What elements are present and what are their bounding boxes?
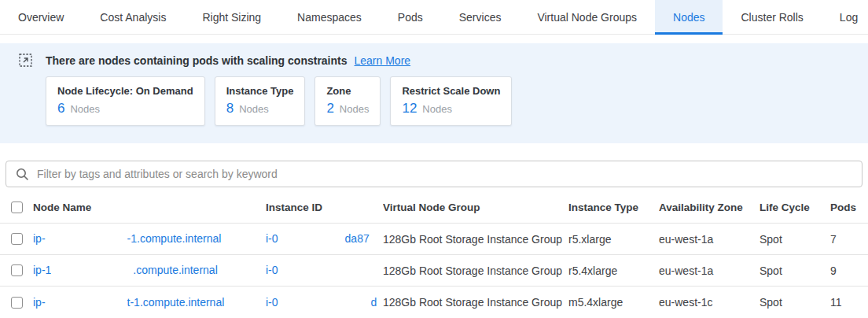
tab-overview[interactable]: Overview [0,0,82,34]
select-all-checkbox[interactable] [11,202,23,213]
virtual-node-group-cell: 128Gb Root Storage Instance Group [383,296,568,309]
constraint-card-node-lifecycle[interactable]: Node Lifecycle: On Demand 6 Nodes [46,76,205,126]
column-header-life-cycle: Life Cycle [760,202,830,213]
tab-pods[interactable]: Pods [380,0,441,34]
card-count: 2 [326,101,333,116]
tab-services[interactable]: Services [441,0,520,34]
search-icon [16,168,29,181]
constraint-card-zone[interactable]: Zone 2 Nodes [314,76,381,126]
filter-search-bar [6,161,862,187]
row-checkbox[interactable] [11,297,23,309]
pods-cell: 11 [830,296,868,309]
tab-cluster-rolls[interactable]: Cluster Rolls [723,0,821,34]
card-unit: Nodes [70,103,100,115]
cluster-tab-bar: Overview Cost Analysis Right Sizing Name… [0,0,868,35]
instance-type-cell: r5.xlarge [568,233,659,246]
redacted-segment [278,266,365,277]
constraint-card-instance-type[interactable]: Instance Type 8 Nodes [215,76,306,126]
card-count: 8 [226,101,234,116]
virtual-node-group-cell: 128Gb Root Storage Instance Group [383,233,568,246]
card-count: 6 [57,101,64,116]
card-unit: Nodes [239,103,269,115]
pods-cell: 7 [830,233,868,246]
node-name-link[interactable]: ip-1.compute.internal [33,264,218,276]
tab-namespaces[interactable]: Namespaces [279,0,380,34]
availability-zone-cell: eu-west-1a [659,264,760,277]
search-input[interactable] [37,168,852,180]
card-title: Node Lifecycle: On Demand [57,85,193,97]
card-unit: Nodes [340,103,370,115]
column-header-node-name: Node Name [33,202,266,213]
table-row: ip-t-1.compute.internal i-0d 128Gb Root … [0,287,868,318]
tab-log[interactable]: Log [822,0,868,34]
column-header-pods: Pods [830,202,868,213]
banner-message: There are nodes containing pods with sca… [46,54,348,67]
instance-id-link[interactable]: i-0 [266,264,365,276]
table-row: ip-1.compute.internal i-0 128Gb Root Sto… [0,255,868,287]
redacted-segment [51,266,133,277]
node-name-link[interactable]: ip-t-1.compute.internal [33,296,224,309]
instance-type-cell: m5.4xlarge [568,296,659,309]
life-cycle-cell: Spot [760,264,830,277]
column-header-instance-id: Instance ID [266,202,383,213]
instance-type-cell: r5.4xlarge [568,264,659,277]
tab-nodes[interactable]: Nodes [655,0,723,34]
redacted-segment [46,298,127,309]
constraint-card-restrict-scale-down[interactable]: Restrict Scale Down 12 Nodes [390,76,512,126]
node-name-link[interactable]: ip--1.compute.internal [33,232,221,245]
life-cycle-cell: Spot [760,296,830,309]
scaling-constraints-banner: There are nodes containing pods with sca… [0,43,868,143]
card-count: 12 [402,101,417,116]
availability-zone-cell: eu-west-1a [659,233,760,246]
availability-zone-cell: eu-west-1c [659,296,760,309]
virtual-node-group-cell: 128Gb Root Storage Instance Group [383,264,568,277]
life-cycle-cell: Spot [760,233,830,246]
card-title: Restrict Scale Down [402,85,500,97]
redacted-segment [278,298,371,309]
nodes-table: Node Name Instance ID Virtual Node Group… [0,192,868,318]
card-title: Zone [326,85,369,97]
learn-more-link[interactable]: Learn More [355,54,411,67]
column-header-instance-type: Instance Type [568,202,659,213]
card-title: Instance Type [226,85,294,97]
instance-id-link[interactable]: i-0da87 [266,232,370,245]
column-header-virtual-node-group: Virtual Node Group [383,202,568,213]
redacted-segment [278,235,345,246]
table-row: ip--1.compute.internal i-0da87 128Gb Roo… [0,224,868,255]
table-header-row: Node Name Instance ID Virtual Node Group… [0,192,868,224]
constraint-cards: Node Lifecycle: On Demand 6 Nodes Instan… [46,76,849,126]
tab-cost-analysis[interactable]: Cost Analysis [82,0,184,34]
instance-id-link[interactable]: i-0d [266,296,377,309]
tab-right-sizing[interactable]: Right Sizing [184,0,279,34]
column-header-availability-zone: Availability Zone [659,202,760,213]
row-checkbox[interactable] [11,264,23,276]
tab-virtual-node-groups[interactable]: Virtual Node Groups [519,0,655,34]
scaling-constraints-icon [19,54,32,67]
row-checkbox[interactable] [11,233,23,245]
pods-cell: 9 [830,264,868,277]
card-unit: Nodes [422,103,452,115]
redacted-segment [46,235,127,246]
